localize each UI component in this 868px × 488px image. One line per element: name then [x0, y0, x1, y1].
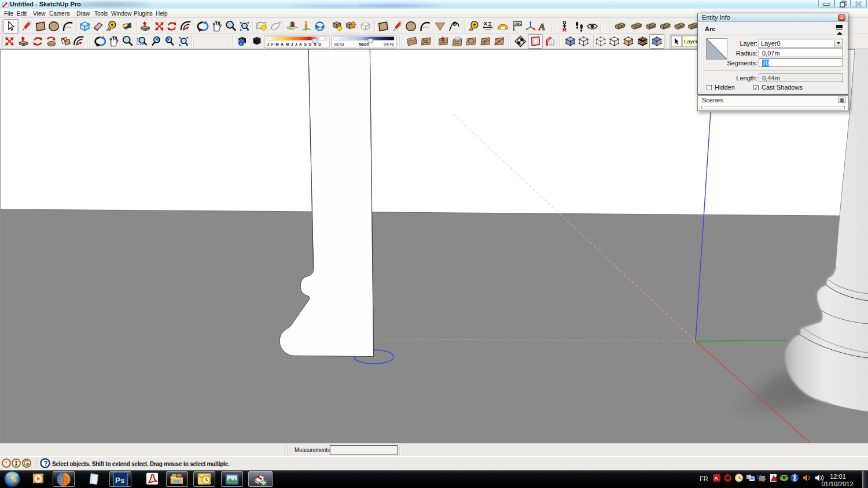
svg-text:04:46: 04:46 [384, 42, 394, 46]
svg-text:06:43: 06:43 [334, 42, 344, 46]
svg-text:Noon: Noon [359, 42, 369, 46]
svg-text:?: ? [43, 460, 47, 468]
svg-text:FR: FR [700, 475, 708, 482]
svg-text:Ps: Ps [115, 476, 124, 485]
svg-text:J F M A M J J A S O: J F M A M J J A S O N D [267, 42, 322, 46]
svg-text:A: A [715, 475, 719, 481]
